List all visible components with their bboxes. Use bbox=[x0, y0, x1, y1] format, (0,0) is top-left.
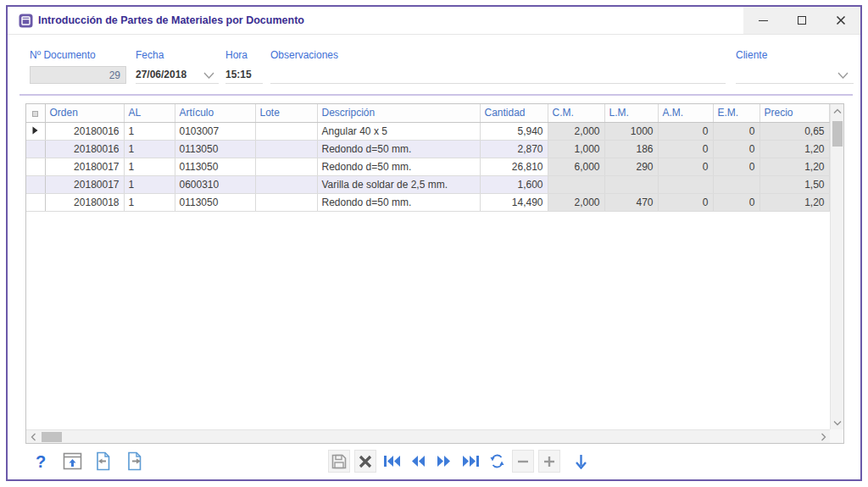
table-row[interactable]: 2018001610103007 Angular 40 x 55,9402,00… bbox=[26, 122, 829, 140]
cell-lote[interactable] bbox=[255, 122, 317, 140]
cell-lote[interactable] bbox=[255, 140, 317, 158]
nav-prev-button[interactable] bbox=[407, 450, 429, 473]
cell-cantidad[interactable]: 1,600 bbox=[480, 175, 548, 193]
cell-cm[interactable]: 6,000 bbox=[548, 158, 604, 175]
vertical-scroll-thumb[interactable] bbox=[832, 121, 843, 147]
cell-em[interactable]: 0 bbox=[713, 158, 760, 175]
fecha-dropdown-icon[interactable] bbox=[203, 71, 215, 80]
cell-lm[interactable]: 290 bbox=[604, 158, 658, 175]
column-header-em[interactable]: E.M. bbox=[713, 104, 760, 122]
move-down-button[interactable] bbox=[570, 450, 592, 473]
cell-lote[interactable] bbox=[255, 158, 317, 175]
horizontal-scrollbar[interactable] bbox=[26, 429, 830, 443]
minimize-button[interactable] bbox=[743, 7, 782, 34]
cell-articulo[interactable]: 0600310 bbox=[175, 175, 255, 193]
cell-am[interactable] bbox=[658, 175, 713, 193]
cell-cantidad[interactable]: 2,870 bbox=[480, 140, 548, 158]
cell-am[interactable]: 0 bbox=[658, 193, 713, 211]
doc-number-field[interactable]: 29 bbox=[30, 66, 126, 84]
cell-precio[interactable]: 1,50 bbox=[760, 175, 829, 193]
cell-em[interactable]: 0 bbox=[713, 140, 760, 158]
column-header-orden[interactable]: Orden bbox=[45, 104, 124, 122]
column-header-lote[interactable]: Lote bbox=[255, 104, 317, 122]
cell-al[interactable]: 1 bbox=[124, 158, 175, 175]
column-header-al[interactable]: AL bbox=[124, 104, 175, 122]
cell-precio[interactable]: 1,20 bbox=[760, 140, 829, 158]
cell-lm[interactable]: 1000 bbox=[604, 122, 658, 140]
scroll-right-icon[interactable] bbox=[817, 431, 829, 443]
observaciones-field[interactable] bbox=[270, 66, 726, 84]
column-header-am[interactable]: A.M. bbox=[658, 104, 713, 122]
column-header-lm[interactable]: L.M. bbox=[604, 104, 658, 122]
row-selector-cell[interactable] bbox=[26, 140, 45, 158]
cell-descripcion[interactable]: Redondo d=50 mm. bbox=[317, 140, 480, 158]
nav-next-button[interactable] bbox=[433, 450, 455, 473]
cell-lm[interactable] bbox=[604, 175, 658, 193]
help-button[interactable]: ? bbox=[30, 450, 52, 473]
cell-em[interactable]: 0 bbox=[713, 122, 760, 140]
column-header-cm[interactable]: C.M. bbox=[548, 104, 604, 122]
column-header-cantidad[interactable]: Cantidad bbox=[480, 104, 548, 122]
cell-cm[interactable] bbox=[548, 175, 604, 193]
row-selector-header[interactable] bbox=[26, 104, 45, 122]
cell-am[interactable]: 0 bbox=[658, 158, 713, 175]
scroll-down-icon[interactable] bbox=[832, 417, 843, 429]
cell-orden[interactable]: 20180017 bbox=[45, 175, 124, 193]
row-selector-cell[interactable] bbox=[26, 193, 45, 211]
row-selector-cell[interactable] bbox=[26, 175, 45, 193]
cell-descripcion[interactable]: Varilla de soldar de 2,5 mm. bbox=[317, 175, 480, 193]
cliente-dropdown-icon[interactable] bbox=[837, 71, 849, 80]
cell-cantidad[interactable]: 26,810 bbox=[480, 158, 548, 175]
cell-al[interactable]: 1 bbox=[124, 193, 175, 211]
cell-lm[interactable]: 470 bbox=[604, 193, 658, 211]
maximize-button[interactable] bbox=[782, 7, 821, 34]
cell-cantidad[interactable]: 14,490 bbox=[480, 193, 548, 211]
cell-orden[interactable]: 20180017 bbox=[45, 158, 124, 175]
row-selector-cell[interactable] bbox=[26, 122, 45, 140]
cell-cm[interactable]: 2,000 bbox=[548, 122, 604, 140]
nav-first-button[interactable] bbox=[381, 450, 403, 473]
cell-orden[interactable]: 20180018 bbox=[45, 193, 124, 211]
doc-import-button[interactable] bbox=[92, 450, 114, 473]
cancel-button[interactable] bbox=[354, 450, 376, 473]
table-row[interactable]: 2018001810113050 Redondo d=50 mm.14,4902… bbox=[26, 193, 829, 211]
cell-am[interactable]: 0 bbox=[658, 122, 713, 140]
table-row[interactable]: 2018001710113050 Redondo d=50 mm.26,8106… bbox=[26, 158, 829, 175]
cell-articulo[interactable]: 0113050 bbox=[175, 193, 255, 211]
table-row[interactable]: 2018001710600310 Varilla de soldar de 2,… bbox=[26, 175, 829, 193]
cell-lm[interactable]: 186 bbox=[604, 140, 658, 158]
horizontal-scroll-thumb[interactable] bbox=[42, 432, 62, 442]
cell-precio[interactable]: 1,20 bbox=[760, 193, 829, 211]
doc-export-button[interactable] bbox=[124, 450, 146, 473]
cell-articulo[interactable]: 0103007 bbox=[175, 122, 255, 140]
cell-al[interactable]: 1 bbox=[124, 122, 175, 140]
cell-cantidad[interactable]: 5,940 bbox=[480, 122, 548, 140]
window-export-button[interactable] bbox=[61, 450, 83, 473]
nav-last-button[interactable] bbox=[459, 450, 481, 473]
decrease-button[interactable] bbox=[512, 450, 534, 473]
cell-precio[interactable]: 1,20 bbox=[760, 158, 829, 175]
cell-lote[interactable] bbox=[255, 193, 317, 211]
column-header-articulo[interactable]: Artículo bbox=[175, 104, 255, 122]
cell-am[interactable]: 0 bbox=[658, 140, 713, 158]
cell-descripcion[interactable]: Angular 40 x 5 bbox=[317, 122, 480, 140]
table-row[interactable]: 2018001610113050 Redondo d=50 mm.2,8701,… bbox=[26, 140, 829, 158]
refresh-button[interactable] bbox=[486, 450, 508, 473]
cell-articulo[interactable]: 0113050 bbox=[175, 140, 255, 158]
cell-cm[interactable]: 2,000 bbox=[548, 193, 604, 211]
column-header-precio[interactable]: Precio bbox=[760, 104, 829, 122]
cell-em[interactable] bbox=[713, 175, 760, 193]
column-header-descripcion[interactable]: Descripción bbox=[317, 104, 480, 122]
scroll-up-icon[interactable] bbox=[832, 105, 843, 117]
cell-em[interactable]: 0 bbox=[713, 193, 760, 211]
vertical-scrollbar[interactable] bbox=[830, 104, 843, 429]
cell-al[interactable]: 1 bbox=[124, 175, 175, 193]
hora-field[interactable]: 15:15 bbox=[225, 66, 263, 84]
cell-al[interactable]: 1 bbox=[124, 140, 175, 158]
cell-precio[interactable]: 0,65 bbox=[760, 122, 829, 140]
scroll-left-icon[interactable] bbox=[27, 431, 39, 443]
cell-lote[interactable] bbox=[255, 175, 317, 193]
close-button[interactable] bbox=[821, 7, 860, 34]
increase-button[interactable] bbox=[538, 450, 560, 473]
cell-descripcion[interactable]: Redondo d=50 mm. bbox=[317, 158, 480, 175]
